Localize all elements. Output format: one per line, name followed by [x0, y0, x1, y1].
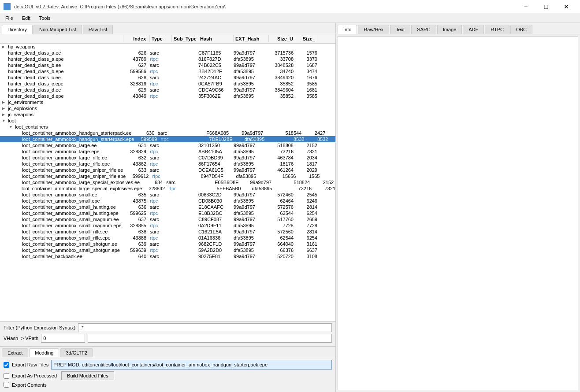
row-hash: E18B32BC [198, 211, 234, 216]
row-toggle[interactable]: ▶ [2, 100, 8, 104]
row-exthash: dfa53895 [234, 211, 269, 216]
table-row[interactable]: loot_container_ammobox_large_special_exp… [0, 179, 335, 185]
row-hash: 86F17654 [198, 161, 234, 166]
right-tab-rawhex[interactable]: Raw/Hex [358, 25, 389, 34]
table-row[interactable]: loot_container_ammobox_small_hunting.ee … [0, 204, 335, 210]
table-row[interactable]: ▼ loot [0, 118, 335, 124]
right-tab-adf[interactable]: ADF [463, 25, 484, 34]
table-row[interactable]: hunter_dead_class_d.ee 629sarcCDCA9C6699… [0, 87, 335, 93]
table-row[interactable]: ▶ jc_explosions [0, 105, 335, 111]
row-type: sarc [150, 87, 172, 92]
table-row[interactable]: hunter_dead_class_c.epe 328816rtpc0CA57F… [0, 81, 335, 87]
row-index: 599612 [126, 174, 152, 179]
table-row[interactable]: loot_container_backpack.ee 640sarc90275E… [0, 253, 335, 259]
row-index: 599625 [123, 211, 150, 216]
tab-modding[interactable]: Modding [29, 348, 59, 357]
row-sizeu: 518808 [269, 143, 295, 148]
row-hash: E18CAAFC [198, 204, 234, 210]
table-row[interactable]: loot_container_ammobox_large.epe 328829r… [0, 148, 335, 155]
table-row[interactable]: loot_container_ammobox_small_rifle.epe 4… [0, 235, 335, 241]
row-toggle[interactable]: ▼ [2, 118, 8, 123]
table-row[interactable]: hunter_dead_class_a.ee 626sarcC87F116599… [0, 50, 335, 56]
close-button[interactable]: ✕ [556, 0, 576, 13]
tree-area[interactable]: Index Type Sub_Type Hash EXT_Hash Size_U… [0, 34, 335, 322]
right-tab-info[interactable]: Info [338, 25, 357, 34]
table-row[interactable]: loot_container_ammobox_small_magnum.epe … [0, 222, 335, 229]
vhash-input1[interactable] [41, 334, 85, 343]
right-tab-rtpc[interactable]: RTPC [485, 25, 509, 34]
right-tab-image[interactable]: Image [437, 25, 462, 34]
row-exthash: 99a9d797 [234, 241, 269, 247]
table-row[interactable]: loot_container_ammobox_small_rifle.ee 63… [0, 229, 335, 235]
tab-3dgltf2[interactable]: 3d/GLTF2 [60, 348, 93, 357]
build-modded-button[interactable]: Build Modded Files [61, 371, 114, 380]
menu-tools[interactable]: Tools [36, 15, 54, 22]
right-tab-bar: Info Raw/Hex Text SARC Image ADF RTPC OB… [336, 23, 580, 34]
tab-raw-list[interactable]: Raw List [83, 25, 113, 34]
table-row[interactable]: loot_container_ammobox_small_shotgun.ee … [0, 241, 335, 247]
table-row[interactable]: loot_container_ammobox_small_shotgun.epe… [0, 247, 335, 253]
row-sizeu: 7728 [269, 223, 295, 228]
table-row[interactable]: hunter_dead_class_b.ee 627sarc74B022C599… [0, 62, 335, 68]
row-exthash: dfa53895 [234, 56, 269, 62]
header-subtype: Sub_Type [172, 35, 198, 42]
row-name: loot_container_ammobox_small.ee [0, 192, 123, 197]
row-label: hunter_dead_class_d.ee [8, 87, 61, 92]
row-toggle[interactable]: ▶ [2, 112, 8, 117]
table-row[interactable]: loot_container_ammobox_handgun_starterpa… [0, 130, 335, 136]
table-row[interactable]: loot_container_ammobox_large.ee 631sarc3… [0, 142, 335, 148]
minimize-button[interactable]: − [516, 0, 536, 13]
export-raw-input[interactable] [51, 360, 332, 370]
table-row[interactable]: loot_container_ammobox_small.epe 43875rt… [0, 198, 335, 204]
menu-edit[interactable]: Edit [19, 15, 34, 22]
menu-file[interactable]: File [2, 15, 17, 22]
row-label: loot_container_ammobox_large.epe [22, 149, 100, 154]
row-label: loot_container_ammobox_large_special_exp… [22, 180, 140, 185]
tab-non-mapped[interactable]: Non-Mapped List [33, 25, 82, 34]
row-exthash: dfa53895 [234, 248, 269, 253]
table-row[interactable]: loot_container_ammobox_large_rifle.epe 4… [0, 161, 335, 167]
table-row[interactable]: ▶ jc_environments [0, 99, 335, 105]
filter-input[interactable] [78, 323, 332, 332]
maximize-button[interactable]: □ [536, 0, 556, 13]
right-tab-obc[interactable]: OBC [510, 25, 532, 34]
right-tab-sarc[interactable]: SARC [411, 25, 436, 34]
row-toggle[interactable]: ▶ [2, 106, 8, 111]
export-processed-checkbox[interactable] [4, 373, 9, 379]
table-row[interactable]: loot_container_ammobox_handgun_starterpa… [0, 136, 335, 142]
row-toggle[interactable]: ▶ [2, 44, 8, 49]
table-row[interactable]: loot_container_ammobox_small_hunting.epe… [0, 210, 335, 216]
table-row[interactable]: ▼ loot_containers [0, 124, 335, 130]
table-row[interactable]: loot_container_ammobox_small_magnum.ee 6… [0, 216, 335, 222]
export-raw-checkbox[interactable] [4, 362, 9, 368]
row-index: 599639 [123, 248, 150, 253]
table-row[interactable]: loot_container_ammobox_large_sniper_rifl… [0, 167, 335, 173]
row-exthash: 99a9d797 [234, 192, 269, 197]
export-contents-label: Export Contents [12, 382, 47, 388]
table-row[interactable]: ▶ hp_weapons [0, 44, 335, 50]
right-tab-text[interactable]: Text [390, 25, 410, 34]
row-toggle[interactable]: ▼ [9, 125, 15, 129]
row-name: hunter_dead_class_d.epe [0, 93, 123, 99]
right-content [338, 36, 578, 390]
row-size: 6246 [295, 198, 317, 203]
table-row[interactable]: loot_container_ammobox_large_special_exp… [0, 185, 335, 192]
table-row[interactable]: loot_container_ammobox_large_sniper_rifl… [0, 173, 335, 179]
vhash-label: VHash -> VPath [4, 336, 38, 341]
row-hash: C07DBD39 [198, 155, 234, 160]
row-sizeu: 62544 [269, 211, 295, 216]
vhash-input2[interactable] [88, 334, 332, 343]
table-row[interactable]: hunter_dead_class_a.epe 43789rtpc816F827… [0, 56, 335, 62]
table-row[interactable]: hunter_dead_class_b.epe 599586rtpcBB42D1… [0, 68, 335, 74]
row-hash: 5EFBA5B0 [217, 186, 252, 191]
table-row[interactable]: ▶ jc_weapons [0, 111, 335, 118]
table-row[interactable]: loot_container_ammobox_large_rifle.ee 63… [0, 155, 335, 161]
tab-directory[interactable]: Directory [2, 25, 33, 34]
main-content: Directory Non-Mapped List Raw List Index… [0, 23, 580, 392]
table-row[interactable]: hunter_dead_class_c.ee 628sarc242724AC99… [0, 74, 335, 81]
table-row[interactable]: loot_container_ammobox_small.ee 635sarc0… [0, 192, 335, 198]
export-contents-checkbox[interactable] [4, 382, 9, 388]
table-row[interactable]: hunter_dead_class_d.epe 43849rtpc35F3062… [0, 93, 335, 99]
row-index: 631 [123, 143, 150, 148]
tab-extract[interactable]: Extract [2, 348, 28, 357]
